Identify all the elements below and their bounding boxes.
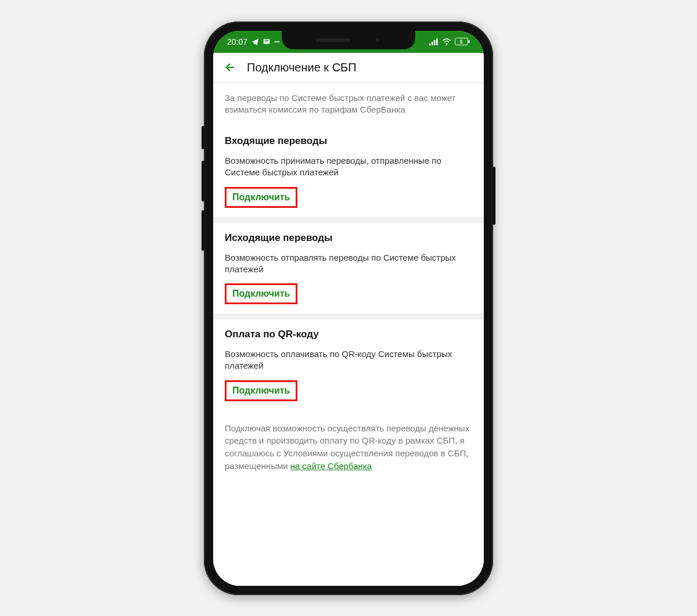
telegram-icon: [251, 38, 259, 46]
highlight-box: Подключить: [225, 283, 297, 304]
section-description: Возможность отправлять переводы по Систе…: [225, 252, 472, 276]
svg-point-8: [446, 44, 447, 45]
svg-rect-7: [436, 38, 438, 45]
highlight-box: Подключить: [225, 380, 297, 401]
section-description: Возможность принимать переводы, отправле…: [225, 155, 472, 179]
svg-rect-10: [469, 40, 470, 43]
section-title: Исходящие переводы: [225, 232, 472, 244]
phone-side-button: [202, 126, 204, 149]
legal-text: Подключая возможность осуществлять перев…: [213, 410, 484, 489]
section-incoming: Входящие переводы Возможность принимать …: [213, 126, 484, 217]
phone-side-button: [202, 210, 204, 251]
status-time: 20:07: [227, 37, 247, 46]
svg-text:$: $: [459, 39, 462, 45]
highlight-box: Подключить: [225, 187, 297, 208]
connect-button[interactable]: Подключить: [230, 287, 292, 300]
intro-text: За переводы по Системе быстрых платежей …: [213, 83, 484, 127]
section-title: Входящие переводы: [225, 135, 472, 147]
section-title: Оплата по QR-коду: [225, 329, 472, 340]
phone-side-button: [493, 167, 495, 225]
message-icon: [263, 38, 271, 46]
connect-button[interactable]: Подключить: [230, 191, 292, 204]
svg-point-2: [276, 41, 278, 42]
svg-rect-4: [429, 44, 431, 45]
connect-button[interactable]: Подключить: [230, 384, 292, 397]
phone-screen: 20:07 $: [213, 31, 484, 586]
signal-icon: [429, 38, 439, 45]
section-description: Возможность оплачивать по QR-коду Систем…: [225, 348, 472, 372]
back-button[interactable]: [224, 61, 236, 74]
battery-icon: $: [455, 38, 470, 45]
section-divider: [213, 217, 484, 223]
phone-frame: 20:07 $: [204, 21, 493, 595]
page-title: Подключение к СБП: [247, 61, 357, 74]
svg-point-3: [278, 41, 279, 42]
legal-link[interactable]: на сайте Сбербанка: [290, 461, 372, 471]
wifi-icon: [442, 38, 451, 45]
section-qr: Оплата по QR-коду Возможность оплачивать…: [213, 319, 484, 410]
dots-icon: [274, 38, 280, 46]
app-header: Подключение к СБП: [213, 53, 484, 83]
phone-side-button: [202, 161, 204, 201]
svg-rect-5: [432, 42, 433, 45]
section-outgoing: Исходящие переводы Возможность отправлят…: [213, 223, 484, 314]
section-divider: [213, 314, 484, 319]
svg-point-1: [275, 41, 276, 42]
content-scroll[interactable]: За переводы по Системе быстрых платежей …: [213, 83, 484, 586]
svg-rect-6: [434, 40, 436, 45]
phone-notch: [282, 31, 415, 49]
